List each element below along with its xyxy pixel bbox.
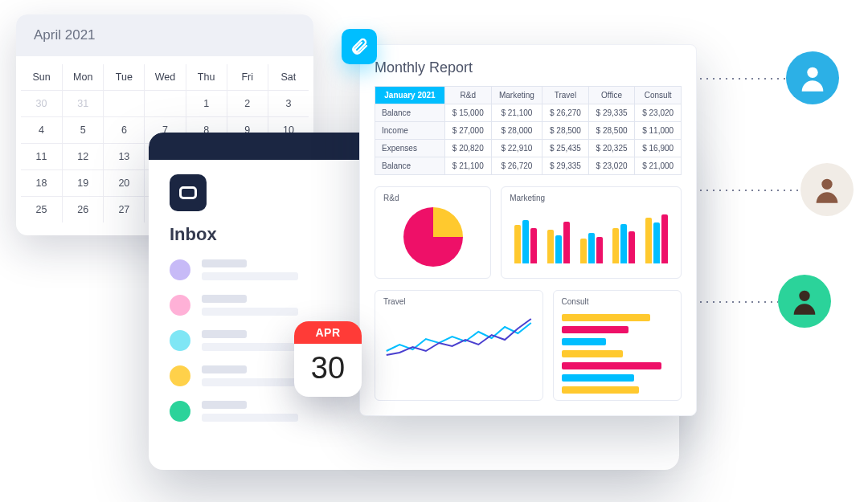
table-cell: $ 15,000 [444,104,491,122]
calendar-day[interactable]: 31 [62,90,103,116]
calendar-dow: Tue [103,64,144,90]
date-badge-month: APR [294,321,362,344]
table-cell: $ 28,500 [542,122,589,140]
calendar-day[interactable]: 2 [227,90,268,116]
table-cell: $ 28,000 [491,122,542,140]
table-cell: $ 23,020 [588,157,635,175]
calendar-day[interactable]: 3 [268,90,309,116]
report-table: January 2021R&dMarketingTravelOfficeCons… [375,86,682,175]
date-badge: APR 30 [294,321,362,397]
calendar-day[interactable]: 26 [62,196,103,222]
table-col-header[interactable]: R&d [444,87,491,104]
calendar-day[interactable]: 25 [21,196,62,222]
inbox-dot-icon [170,365,190,386]
table-cell: $ 11,000 [635,122,682,140]
chart-label: R&d [383,194,482,202]
table-cell: $ 20,325 [588,140,635,157]
connector-line [698,190,800,191]
table-cell: $ 29,335 [542,157,589,175]
inbox-dot-icon [170,295,190,316]
calendar-day[interactable]: 30 [21,90,62,116]
calendar-day[interactable]: 6 [103,116,144,143]
chart-travel: Travel [375,290,543,401]
table-cell: $ 26,720 [491,157,542,175]
hbar-chart [562,311,673,394]
report-title: Monthly Report [375,59,682,76]
svg-point-2 [799,291,809,301]
calendar-dow: Wed [144,64,185,90]
line-chart [383,311,534,367]
table-cell: $ 26,270 [542,104,589,122]
table-row: Balance$ 15,000$ 21,100$ 26,270$ 29,335$… [375,104,682,122]
table-cell: $ 21,100 [491,104,542,122]
attachment-icon[interactable] [342,29,377,64]
calendar-dow: Sun [21,64,62,90]
connector-line [698,78,786,80]
table-cell: $ 22,910 [491,140,542,157]
app-logo-icon [170,174,207,211]
svg-point-1 [821,179,832,190]
calendar-day[interactable]: 5 [62,116,103,143]
report-card: Monthly Report January 2021R&dMarketingT… [359,44,697,416]
chart-rd: R&d [375,186,491,279]
chart-marketing: Marketing [501,186,682,279]
chart-consult: Consult [553,290,682,401]
connector-line [698,301,778,303]
table-row-header: Income [375,122,445,140]
avatar [800,163,854,216]
calendar-dow: Fri [227,64,268,90]
calendar-day[interactable]: 12 [62,143,103,169]
calendar-title: April 2021 [16,14,313,56]
table-cell: $ 25,435 [542,140,589,157]
calendar-dow: Mon [62,64,103,90]
avatar [786,51,839,104]
table-col-header[interactable]: Office [588,87,635,104]
calendar-day[interactable]: 11 [21,143,62,169]
inbox-dot-icon [170,330,190,351]
table-cell: $ 21,000 [635,157,682,175]
table-cell: $ 16,900 [635,140,682,157]
table-row-header: Balance [375,157,445,175]
calendar-day[interactable]: 20 [103,169,144,196]
table-row: Income$ 27,000$ 28,000$ 28,500$ 28,500$ … [375,122,682,140]
date-badge-day: 30 [294,344,362,392]
table-period-header[interactable]: January 2021 [375,87,445,104]
calendar-day[interactable]: 19 [62,169,103,196]
calendar-day[interactable] [103,90,144,116]
table-cell: $ 27,000 [444,122,491,140]
calendar-day[interactable] [144,90,185,116]
table-cell: $ 28,500 [588,122,635,140]
calendar-day[interactable]: 13 [103,143,144,169]
calendar-day[interactable]: 4 [21,116,62,143]
table-row-header: Expenses [375,140,445,157]
calendar-day[interactable]: 1 [186,90,227,116]
table-row: Expenses$ 20,820$ 22,910$ 25,435$ 20,325… [375,140,682,157]
inbox-dot-icon [170,401,190,422]
table-cell: $ 23,020 [635,104,682,122]
table-row: Balance$ 21,100$ 26,720$ 29,335$ 23,020$… [375,157,682,175]
chart-label: Marketing [510,194,673,202]
table-col-header[interactable]: Travel [542,87,589,104]
bar-chart [510,207,673,263]
table-cell: $ 29,335 [588,104,635,122]
chart-label: Travel [383,297,534,306]
calendar-day[interactable]: 18 [21,169,62,196]
calendar-dow: Sat [268,64,309,90]
table-cell: $ 21,100 [444,157,491,175]
svg-point-0 [807,67,817,78]
table-cell: $ 20,820 [444,140,491,157]
chart-label: Consult [562,297,673,306]
pie-chart [403,207,463,267]
calendar-dow: Thu [186,64,227,90]
table-row-header: Balance [375,104,445,122]
avatar [778,275,831,328]
inbox-dot-icon [170,259,190,280]
table-col-header[interactable]: Consult [635,87,682,104]
table-col-header[interactable]: Marketing [491,87,542,104]
calendar-day[interactable]: 27 [103,196,144,222]
